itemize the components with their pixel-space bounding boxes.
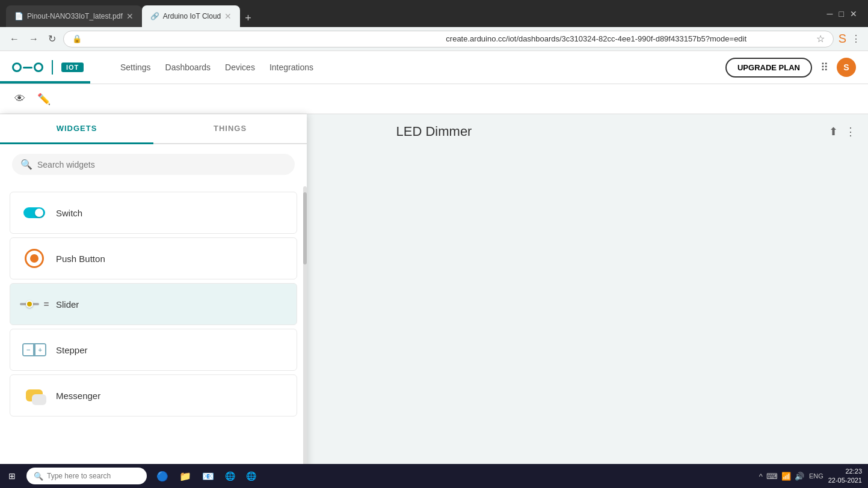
reload-button[interactable]: ↻ [46, 31, 58, 47]
maximize-button[interactable]: □ [839, 9, 844, 19]
messenger-widget-icon [22, 383, 46, 407]
share-button[interactable]: ⬆ [829, 125, 838, 138]
taskbar-sys-icons: ^ ⌨ 📶 🔊 [759, 472, 804, 481]
widget-item-slider[interactable]: Slider [10, 283, 297, 325]
tab-things[interactable]: THINGS [153, 114, 307, 143]
more-options-button[interactable]: ⋮ [845, 125, 856, 138]
taskbar-date-display: 22-05-2021 [828, 476, 862, 485]
tab2-label: Arduino IoT Cloud [163, 12, 221, 20]
taskbar-icon-chrome[interactable]: 🌐 [242, 464, 260, 488]
nav-devices[interactable]: Devices [225, 63, 255, 72]
messenger-icon [26, 389, 43, 401]
app-header: IOT Settings Dashboards Devices Integrat… [0, 51, 868, 84]
switch-track [23, 207, 45, 218]
browser-tab-1[interactable]: 📄 Pinout-NANO33IoT_latest.pdf ✕ [6, 5, 142, 27]
stepper-plus: + [35, 344, 45, 355]
address-bar[interactable]: 🔒 create.arduino.cc/iot/dashboards/3c310… [63, 31, 834, 47]
forward-button[interactable]: → [26, 31, 41, 47]
sub-header: 👁 ✏️ [0, 84, 868, 114]
taskbar-search-box[interactable]: 🔍 [26, 468, 147, 484]
widget-item-push-button[interactable]: Push Button [10, 237, 297, 279]
taskbar-volume-icon[interactable]: 🔊 [795, 472, 804, 481]
new-tab-button[interactable]: + [240, 10, 256, 27]
taskbar-network-icon[interactable]: 📶 [781, 472, 791, 481]
bookmark-button[interactable]: ☆ [816, 33, 825, 44]
push-button-icon [25, 249, 44, 268]
taskbar-app-icons: 🔵 📁 📧 🌐 🌐 [149, 464, 263, 488]
user-avatar[interactable]: S [837, 58, 856, 77]
stepper-icon: − + [22, 343, 46, 356]
edit-mode-button[interactable]: ✏️ [35, 90, 53, 108]
close-button[interactable]: ✕ [850, 9, 857, 19]
header-nav: Settings Dashboards Devices Integrations [120, 63, 725, 72]
tab2-close[interactable]: ✕ [224, 11, 232, 21]
green-underline [0, 81, 90, 84]
taskbar-chevron-icon[interactable]: ^ [759, 472, 763, 481]
switch-thumb [35, 209, 43, 217]
minimize-button[interactable]: ─ [827, 9, 833, 19]
logo-divider [52, 60, 53, 75]
dashboard-title: LED Dimmer [396, 124, 472, 139]
scrollbar-track[interactable] [303, 186, 307, 488]
tab2-favicon: 🔗 [150, 12, 159, 20]
apps-grid-icon[interactable]: ⠿ [820, 61, 828, 74]
upgrade-plan-button[interactable]: UPGRADE PLAN [725, 58, 812, 78]
logo-circles [12, 63, 43, 72]
extensions-button[interactable]: ⋮ [851, 33, 861, 44]
taskbar-icon-edge[interactable]: 🌐 [221, 464, 239, 488]
browser-tab-2[interactable]: 🔗 Arduino IoT Cloud ✕ [142, 5, 241, 27]
widget-item-switch[interactable]: Switch [10, 192, 297, 234]
stepper-label: Stepper [56, 345, 88, 355]
taskbar: ⊞ 🔍 🔵 📁 📧 🌐 🌐 ^ ⌨ 📶 🔊 ENG 22:23 22-05-20… [0, 464, 868, 488]
browser-chrome: 📄 Pinout-NANO33IoT_latest.pdf ✕ 🔗 Arduin… [0, 0, 868, 27]
stepper-widget-icon: − + [22, 338, 46, 362]
widget-item-stepper[interactable]: − + Stepper [10, 329, 297, 371]
iot-badge: IOT [61, 63, 84, 72]
switch-label: Switch [56, 208, 82, 218]
msg-bubble-2 [32, 394, 46, 405]
slider-label: Slider [56, 299, 79, 310]
taskbar-keyboard-icon: ⌨ [766, 472, 778, 481]
panel-tabs: WIDGETS THINGS [0, 114, 307, 144]
back-button[interactable]: ← [7, 31, 22, 47]
taskbar-datetime: 22:23 22-05-2021 [828, 467, 862, 486]
browser-tabs: 📄 Pinout-NANO33IoT_latest.pdf ✕ 🔗 Arduin… [6, 0, 822, 27]
taskbar-time-display: 22:23 [828, 467, 862, 476]
nav-integrations[interactable]: Integrations [269, 63, 313, 72]
messenger-label: Messenger [56, 391, 100, 401]
taskbar-icon-cortana[interactable]: 🔵 [153, 464, 172, 488]
slider-icon [20, 300, 49, 308]
arduino-logo [12, 63, 43, 72]
taskbar-search-input[interactable] [47, 472, 125, 480]
profile-button[interactable]: S [839, 32, 846, 46]
main-area: LED Dimmer ⬆ ⋮ WIDGETS THINGS 🔍 [0, 114, 868, 488]
widget-item-messenger[interactable]: Messenger [10, 374, 297, 416]
tab-widgets[interactable]: WIDGETS [0, 114, 153, 144]
start-button[interactable]: ⊞ [0, 464, 24, 488]
tab1-favicon: 📄 [14, 12, 23, 20]
panel-search: 🔍 [0, 144, 307, 185]
scrollbar-thumb[interactable] [303, 192, 307, 264]
header-actions: UPGRADE PLAN ⠿ S [725, 58, 856, 78]
address-bar-row: ← → ↻ 🔒 create.arduino.cc/iot/dashboards… [0, 27, 868, 51]
nav-dashboards[interactable]: Dashboards [165, 63, 211, 72]
widget-panel: WIDGETS THINGS 🔍 Switch [0, 114, 307, 488]
stepper-minus: − [23, 344, 33, 355]
search-icon: 🔍 [20, 159, 32, 170]
view-mode-button[interactable]: 👁 [12, 90, 28, 108]
push-button-inner [30, 254, 38, 263]
nav-settings[interactable]: Settings [120, 63, 151, 72]
address-text: create.arduino.cc/iot/dashboards/3c31032… [446, 34, 816, 43]
lock-icon: 🔒 [72, 34, 442, 43]
slider-widget-icon [22, 292, 46, 316]
widget-list: Switch Push Button [0, 185, 307, 424]
logo-area: IOT [12, 60, 108, 75]
taskbar-right: ^ ⌨ 📶 🔊 ENG 22:23 22-05-2021 [759, 467, 868, 486]
tab1-close[interactable]: ✕ [126, 11, 134, 21]
taskbar-icon-explorer[interactable]: 📁 [176, 464, 195, 488]
push-button-label: Push Button [56, 254, 105, 264]
search-input[interactable] [37, 160, 286, 169]
taskbar-search-icon: 🔍 [34, 472, 43, 481]
taskbar-icon-mail[interactable]: 📧 [199, 464, 218, 488]
dashboard-actions: ⬆ ⋮ [829, 125, 856, 138]
